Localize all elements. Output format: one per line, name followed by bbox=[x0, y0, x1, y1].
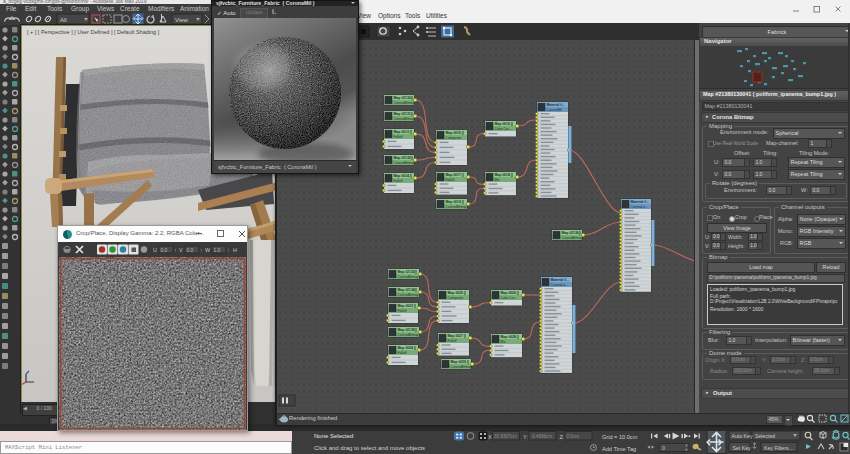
svg-text:CoronaBitmap: CoronaBitmap bbox=[398, 293, 419, 297]
svg-text:CoronaBitmap: CoronaBitmap bbox=[451, 365, 472, 369]
svg-text:Mix: Mix bbox=[495, 178, 500, 182]
svg-text:Falloff: Falloff bbox=[394, 179, 403, 183]
svg-text:Set Key: Set Key bbox=[733, 445, 752, 451]
svg-text:CoronaBitmap: CoronaBitmap bbox=[394, 161, 415, 165]
svg-text:Map #2136(): Map #2136() bbox=[562, 231, 581, 235]
svg-text:Falloff: Falloff bbox=[446, 178, 455, 182]
svg-text:CoronaBitmap: CoronaBitmap bbox=[394, 117, 415, 121]
svg-text:CoronaLa...: CoronaLa... bbox=[551, 283, 568, 287]
svg-text:0.0: 0.0 bbox=[187, 248, 194, 253]
svg-text:Falloff: Falloff bbox=[448, 339, 457, 343]
svg-text:CoronaLa...: CoronaLa... bbox=[631, 205, 648, 209]
svg-text:Map #2134(): Map #2134() bbox=[398, 288, 417, 292]
svg-text:Map #014 (): Map #014 () bbox=[394, 174, 412, 178]
svg-text:CoronaBitmap: CoronaBitmap bbox=[394, 101, 415, 105]
svg-text:Composite: Composite bbox=[448, 296, 464, 300]
svg-text:↕: ↕ bbox=[174, 247, 177, 253]
svg-text:Map #017 (): Map #017 () bbox=[446, 173, 464, 177]
svg-text:↕: ↕ bbox=[227, 247, 230, 253]
svg-text:Color Cor...: Color Cor... bbox=[501, 296, 518, 300]
svg-text:Material #...: Material #... bbox=[631, 200, 650, 204]
svg-text:Selected: Selected bbox=[755, 433, 775, 439]
svg-text:Falloff: Falloff bbox=[398, 351, 407, 355]
svg-text:Map #2131(): Map #2131() bbox=[394, 112, 413, 116]
svg-text:Y:: Y: bbox=[523, 434, 528, 440]
svg-text:CoronaBitmap: CoronaBitmap bbox=[562, 236, 583, 240]
svg-text:Color Cor...: Color Cor... bbox=[495, 127, 512, 131]
svg-text:Material #...: Material #... bbox=[547, 103, 566, 107]
svg-text:Key Filters...: Key Filters... bbox=[764, 445, 793, 451]
svg-text:Map #027 (): Map #027 () bbox=[448, 334, 466, 338]
svg-text:Grid = 10.0cm: Grid = 10.0cm bbox=[602, 434, 638, 440]
svg-text:Map #2135(): Map #2135() bbox=[398, 328, 417, 332]
svg-text:Map #019 (): Map #019 () bbox=[446, 200, 464, 204]
svg-text:↕: ↕ bbox=[200, 247, 203, 253]
svg-text:CoronaMtl: CoronaMtl bbox=[547, 108, 562, 112]
svg-text:Map #028 (): Map #028 () bbox=[501, 335, 519, 339]
svg-text:View: View bbox=[175, 17, 189, 23]
svg-text:Composite: Composite bbox=[446, 136, 462, 140]
svg-text:0: 0 bbox=[662, 445, 665, 451]
svg-text:Add Time Tag: Add Time Tag bbox=[602, 446, 636, 452]
svg-text:CoronaBitmap: CoronaBitmap bbox=[398, 275, 419, 279]
svg-text:Map #2130(): Map #2130() bbox=[394, 96, 413, 100]
svg-text:Map #025 (): Map #025 () bbox=[448, 291, 466, 295]
svg-text:Map #016 (): Map #016 () bbox=[495, 122, 513, 126]
svg-text:All: All bbox=[60, 17, 67, 23]
svg-text:1.0: 1.0 bbox=[214, 248, 221, 253]
svg-text:CoronaBitmap: CoronaBitmap bbox=[398, 333, 419, 337]
svg-text:0.0cm: 0.0cm bbox=[567, 434, 580, 439]
svg-text:35.8367cm: 35.8367cm bbox=[494, 434, 517, 439]
svg-text:Map #026 (): Map #026 () bbox=[501, 291, 519, 295]
svg-text:H: H bbox=[233, 247, 237, 253]
svg-text:CoronaBitmap: CoronaBitmap bbox=[446, 205, 467, 209]
svg-text:Mix: Mix bbox=[501, 340, 506, 344]
svg-text:-3.4686cm: -3.4686cm bbox=[531, 434, 553, 439]
svg-text:W: W bbox=[205, 247, 211, 253]
svg-text:Falloff: Falloff bbox=[398, 309, 407, 313]
svg-text:Falloff: Falloff bbox=[394, 135, 403, 139]
svg-text:Map #015 (): Map #015 () bbox=[446, 131, 464, 135]
svg-text:Map #024 (): Map #024 () bbox=[398, 346, 416, 350]
svg-text:Auto Key: Auto Key bbox=[732, 433, 753, 439]
svg-text:U: U bbox=[153, 247, 157, 253]
svg-text:Map #029 (): Map #029 () bbox=[451, 360, 469, 364]
svg-text:Material #...: Material #... bbox=[551, 278, 570, 282]
svg-text:Map #018 (): Map #018 () bbox=[495, 173, 513, 177]
svg-text:0.0: 0.0 bbox=[161, 248, 168, 253]
svg-text:V: V bbox=[179, 247, 183, 253]
svg-text:Map #2132(): Map #2132() bbox=[394, 156, 413, 160]
svg-text:Z:: Z: bbox=[560, 434, 565, 440]
svg-text:Map #023 (): Map #023 () bbox=[398, 304, 416, 308]
svg-text:Map #2133(): Map #2133() bbox=[398, 270, 417, 274]
svg-text:Map #013 (): Map #013 () bbox=[394, 130, 412, 134]
